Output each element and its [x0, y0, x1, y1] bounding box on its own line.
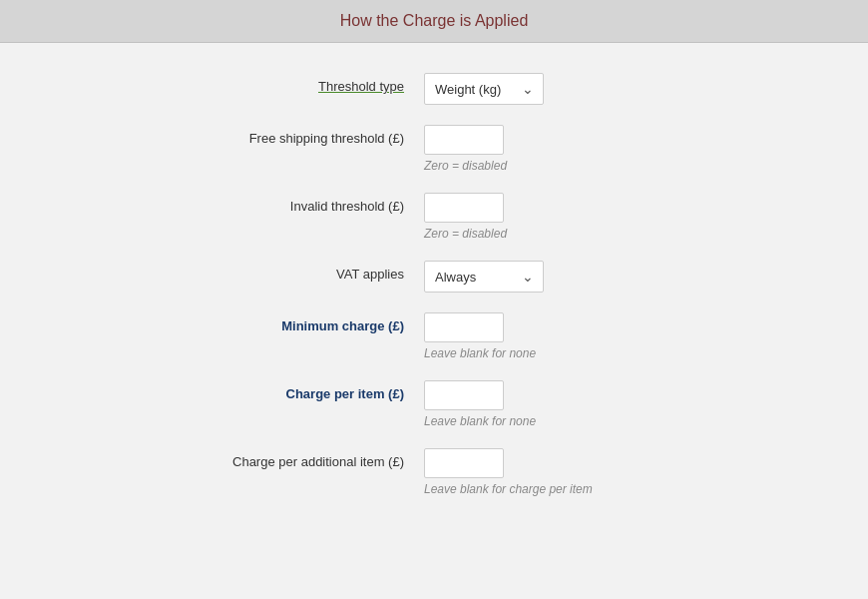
main-content: Threshold type Weight (kg) Price (£) Qua…	[0, 43, 868, 599]
vat-applies-label: VAT applies	[105, 261, 424, 282]
free-shipping-threshold-hint: Zero = disabled	[424, 159, 507, 173]
free-shipping-threshold-row: Free shipping threshold (£) Zero = disab…	[105, 125, 763, 173]
invalid-threshold-input[interactable]	[424, 193, 504, 223]
free-shipping-threshold-input[interactable]	[424, 125, 504, 155]
threshold-type-label: Threshold type	[105, 73, 424, 94]
threshold-type-row: Threshold type Weight (kg) Price (£) Qua…	[105, 73, 763, 105]
charge-per-additional-item-label: Charge per additional item (£)	[105, 448, 424, 469]
page-title: How the Charge is Applied	[0, 12, 868, 30]
page-header: How the Charge is Applied	[0, 0, 868, 43]
charge-per-item-label: Charge per item (£)	[105, 380, 424, 401]
threshold-type-select-wrapper: Weight (kg) Price (£) Quantity ⌄	[424, 73, 544, 105]
vat-applies-select[interactable]: Always Never Sometimes	[424, 261, 544, 293]
invalid-threshold-hint: Zero = disabled	[424, 227, 507, 241]
charge-per-item-hint: Leave blank for none	[424, 414, 536, 428]
form-section: Threshold type Weight (kg) Price (£) Qua…	[85, 63, 783, 526]
invalid-threshold-label: Invalid threshold (£)	[105, 193, 424, 214]
vat-applies-select-wrapper: Always Never Sometimes ⌄	[424, 261, 544, 293]
vat-applies-row: VAT applies Always Never Sometimes ⌄	[105, 261, 763, 293]
charge-per-item-control: Leave blank for none	[424, 380, 536, 428]
invalid-threshold-control: Zero = disabled	[424, 193, 507, 241]
minimum-charge-row: Minimum charge (£) Leave blank for none	[105, 312, 763, 360]
threshold-type-select[interactable]: Weight (kg) Price (£) Quantity	[424, 73, 544, 105]
minimum-charge-hint: Leave blank for none	[424, 346, 536, 360]
vat-applies-control: Always Never Sometimes ⌄	[424, 261, 544, 293]
charge-per-additional-item-hint: Leave blank for charge per item	[424, 482, 593, 496]
free-shipping-threshold-control: Zero = disabled	[424, 125, 507, 173]
charge-per-additional-item-input[interactable]	[424, 448, 504, 478]
charge-per-additional-item-control: Leave blank for charge per item	[424, 448, 593, 496]
minimum-charge-label: Minimum charge (£)	[105, 312, 424, 333]
invalid-threshold-row: Invalid threshold (£) Zero = disabled	[105, 193, 763, 241]
minimum-charge-input[interactable]	[424, 312, 504, 342]
charge-per-additional-item-row: Charge per additional item (£) Leave bla…	[105, 448, 763, 496]
free-shipping-threshold-label: Free shipping threshold (£)	[105, 125, 424, 146]
charge-per-item-input[interactable]	[424, 380, 504, 410]
minimum-charge-control: Leave blank for none	[424, 312, 536, 360]
threshold-type-control: Weight (kg) Price (£) Quantity ⌄	[424, 73, 544, 105]
charge-per-item-row: Charge per item (£) Leave blank for none	[105, 380, 763, 428]
